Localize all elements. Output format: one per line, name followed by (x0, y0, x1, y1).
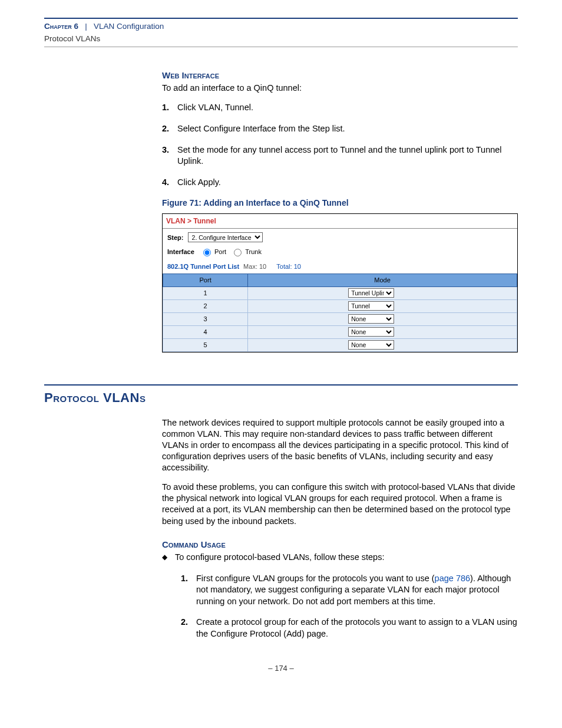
pv-para2: To avoid these problems, you can configu… (162, 482, 518, 527)
protocol-vlans-heading: Protocol VLANs (44, 389, 518, 407)
interface-label: Interface (167, 248, 194, 255)
chapter-title: VLAN Configuration (94, 22, 164, 31)
mode-select[interactable]: Tunnel Uplink (348, 288, 394, 298)
mode-cell: None (248, 325, 517, 338)
step-item: 2.Select Configure Interface from the St… (162, 123, 518, 135)
ss-step-row: Step: 2. Configure Interface (163, 229, 517, 246)
table-row: 5 None (163, 338, 517, 351)
ss-step-label: Step: (167, 234, 184, 241)
radio-trunk-label: Trunk (245, 248, 262, 255)
figure-caption: Figure 71: Adding an Interface to a QinQ… (162, 197, 518, 209)
nested-step: 1. First configure VLAN groups for the p… (181, 573, 518, 608)
web-interface-intro: To add an interface to a QinQ tunnel: (162, 83, 518, 94)
bullet-item: To configure protocol-based VLANs, follo… (162, 552, 518, 640)
page-number: – 174 – (44, 663, 518, 674)
nested-pre: First configure VLAN groups for the prot… (196, 574, 435, 583)
mode-cell: None (248, 338, 517, 351)
chapter-label: Chapter 6 (44, 22, 78, 31)
table-row: 2 Tunnel (163, 299, 517, 312)
nested-step: 2. Create a protocol group for each of t… (181, 617, 518, 640)
table-row: 1 Tunnel Uplink (163, 286, 517, 299)
mode-select[interactable]: None (348, 314, 394, 324)
mode-select[interactable]: Tunnel (348, 301, 394, 311)
port-cell: 4 (163, 325, 248, 338)
nested-num: 1. (181, 573, 196, 608)
command-usage-heading: Command Usage (162, 539, 518, 551)
port-cell: 3 (163, 312, 248, 325)
mode-cell: None (248, 312, 517, 325)
step-num: 1. (162, 102, 177, 114)
step-text: Select Configure Interface from the Step… (177, 123, 345, 135)
col-mode: Mode (248, 274, 517, 287)
chapter-header: Chapter 6 | VLAN Configuration (44, 21, 518, 32)
port-cell: 2 (163, 299, 248, 312)
step-item: 1.Click VLAN, Tunnel. (162, 102, 518, 114)
step-select[interactable]: 2. Configure Interface (188, 232, 263, 242)
chapter-subsection: Protocol VLANs (44, 34, 518, 44)
header-thin-rule (44, 47, 518, 47)
mode-select[interactable]: None (348, 327, 394, 337)
list-max: Max: 10 (243, 263, 266, 270)
table-row: 4 None (163, 325, 517, 338)
port-table: Port Mode 1 Tunnel Uplink 2 Tunnel 3 (163, 274, 517, 352)
port-cell: 5 (163, 338, 248, 351)
page-link[interactable]: page 786 (435, 574, 470, 583)
step-text: Click Apply. (177, 177, 221, 189)
steps-list: 1.Click VLAN, Tunnel. 2.Select Configure… (162, 102, 518, 188)
figure-screenshot: VLAN > Tunnel Step: 2. Configure Interfa… (162, 213, 518, 353)
radio-port[interactable] (203, 249, 211, 256)
ss-list-title: 802.1Q Tunnel Port List Max: 10 Total: 1… (163, 260, 517, 274)
nested-text: Create a protocol group for each of the … (196, 617, 518, 640)
col-port: Port (163, 274, 248, 287)
nested-num: 2. (181, 617, 196, 640)
step-item: 4.Click Apply. (162, 177, 518, 189)
pv-para1: The network devices required to support … (162, 417, 518, 474)
nested-steps: 1. First configure VLAN groups for the p… (181, 573, 518, 640)
mode-cell: Tunnel (248, 299, 517, 312)
port-cell: 1 (163, 286, 248, 299)
list-title: 802.1Q Tunnel Port List (167, 263, 239, 270)
step-num: 4. (162, 177, 177, 189)
step-item: 3.Set the mode for any tunnel access por… (162, 144, 518, 167)
step-text: Set the mode for any tunnel access port … (177, 144, 518, 167)
nested-text: First configure VLAN groups for the prot… (196, 573, 518, 608)
ss-interface-row: Interface Port Trunk (163, 246, 517, 260)
section-rule (44, 384, 518, 386)
header-rule (44, 18, 518, 19)
ss-breadcrumb: VLAN > Tunnel (163, 214, 517, 229)
radio-port-label: Port (214, 248, 226, 255)
bullet-list: To configure protocol-based VLANs, follo… (162, 552, 518, 640)
chapter-sep: | (81, 22, 92, 31)
step-num: 2. (162, 123, 177, 135)
step-num: 3. (162, 144, 177, 167)
web-interface-heading: Web Interface (162, 70, 518, 81)
radio-trunk[interactable] (234, 249, 242, 256)
list-total: Total: 10 (276, 263, 301, 270)
step-text: Click VLAN, Tunnel. (177, 102, 253, 114)
mode-select[interactable]: None (348, 340, 394, 350)
mode-cell: Tunnel Uplink (248, 286, 517, 299)
table-row: 3 None (163, 312, 517, 325)
bullet-intro: To configure protocol-based VLANs, follo… (175, 552, 384, 562)
